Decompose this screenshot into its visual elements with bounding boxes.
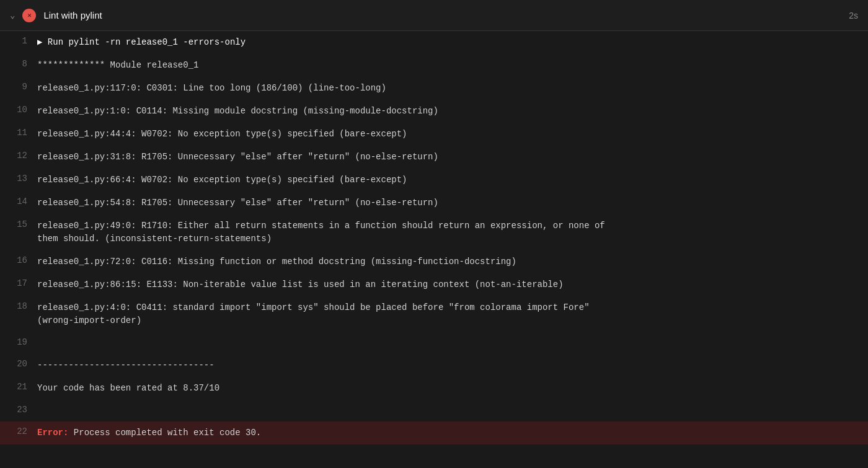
line-number: 14 — [0, 192, 37, 211]
line-number: 23 — [0, 400, 37, 420]
log-line: 11release0_1.py:44:4: W0702: No exceptio… — [0, 123, 868, 146]
header: ⌄ Lint with pylint 2s — [0, 0, 868, 31]
line-number: 19 — [0, 332, 37, 352]
line-content: release0_1.py:44:4: W0702: No exception … — [37, 123, 868, 146]
line-content: release0_1.py:117:0: C0301: Line too lon… — [37, 77, 868, 100]
line-content: ▶ Run pylint -rn release0_1 -errors-only — [37, 31, 868, 54]
line-content: ---------------------------------- — [37, 354, 868, 377]
line-content: release0_1.py:86:15: E1133: Non-iterable… — [37, 273, 868, 296]
error-label: Error: — [37, 428, 68, 438]
line-content: release0_1.py:54:8: R1705: Unnecessary "… — [37, 192, 868, 214]
header-title: Lint with pylint — [43, 10, 102, 20]
log-line: 12release0_1.py:31:8: R1705: Unnecessary… — [0, 146, 868, 169]
line-number: 21 — [0, 377, 37, 397]
log-line: 13release0_1.py:66:4: W0702: No exceptio… — [0, 169, 868, 192]
log-line: 23 — [0, 400, 868, 422]
line-number: 15 — [0, 214, 37, 234]
log-line: 20---------------------------------- — [0, 354, 868, 377]
log-line: 14release0_1.py:54:8: R1705: Unnecessary… — [0, 192, 868, 214]
line-number: 17 — [0, 273, 37, 293]
line-number: 10 — [0, 100, 37, 120]
log-line: 16release0_1.py:72:0: C0116: Missing fun… — [0, 250, 868, 273]
log-line: 15release0_1.py:49:0: R1710: Either all … — [0, 214, 868, 250]
line-number: 1 — [0, 31, 37, 51]
line-number: 22 — [0, 422, 37, 441]
line-content: release0_1.py:66:4: W0702: No exception … — [37, 169, 868, 192]
line-content: Your code has been rated at 8.37/10 — [37, 377, 868, 400]
line-content: Error: Process completed with exit code … — [37, 422, 868, 444]
line-number: 20 — [0, 354, 37, 374]
line-content: release0_1.py:4:0: C0411: standard impor… — [37, 296, 868, 332]
line-number: 16 — [0, 250, 37, 270]
line-content: release0_1.py:49:0: R1710: Either all re… — [37, 214, 868, 250]
line-number: 18 — [0, 296, 37, 316]
duration-badge: 2s — [849, 11, 858, 20]
log-line: 18release0_1.py:4:0: C0411: standard imp… — [0, 296, 868, 332]
line-content: ************* Module release0_1 — [37, 54, 868, 77]
app-container: ⌄ Lint with pylint 2s 1▶ Run pylint -rn … — [0, 0, 868, 468]
close-button[interactable] — [22, 9, 36, 22]
line-content: release0_1.py:31:8: R1705: Unnecessary "… — [37, 146, 868, 169]
log-line: 17release0_1.py:86:15: E1133: Non-iterab… — [0, 273, 868, 296]
line-number: 13 — [0, 169, 37, 188]
line-content: release0_1.py:1:0: C0114: Missing module… — [37, 100, 868, 123]
log-line: 21Your code has been rated at 8.37/10 — [0, 377, 868, 400]
line-number: 8 — [0, 54, 37, 74]
line-number: 9 — [0, 77, 37, 97]
log-content: 1▶ Run pylint -rn release0_1 -errors-onl… — [0, 31, 868, 468]
log-line: 22Error: Process completed with exit cod… — [0, 422, 868, 444]
chevron-down-icon: ⌄ — [10, 10, 15, 20]
log-line: 1▶ Run pylint -rn release0_1 -errors-onl… — [0, 31, 868, 54]
header-left: ⌄ Lint with pylint — [10, 9, 102, 22]
log-line: 9release0_1.py:117:0: C0301: Line too lo… — [0, 77, 868, 100]
line-number: 11 — [0, 123, 37, 143]
log-line: 10release0_1.py:1:0: C0114: Missing modu… — [0, 100, 868, 123]
line-number: 12 — [0, 146, 37, 166]
line-content: release0_1.py:72:0: C0116: Missing funct… — [37, 250, 868, 273]
log-line: 19 — [0, 332, 868, 354]
log-line: 8************* Module release0_1 — [0, 54, 868, 77]
